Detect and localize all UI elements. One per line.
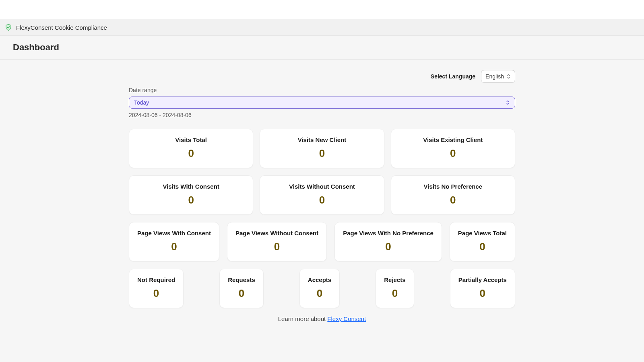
card-title: Visits With Consent [137,183,245,190]
card-row-2: Visits With Consent 0 Visits Without Con… [129,175,515,215]
card-title: Rejects [384,276,405,283]
card-title: Visits Existing Client [399,136,507,143]
card-row-3: Page Views With Consent 0 Page Views Wit… [129,222,515,261]
card-value: 0 [308,287,331,300]
card-title: Partially Accepts [458,276,507,283]
card-pageviews-total: Page Views Total 0 [450,222,515,261]
card-value: 0 [458,287,507,300]
daterange-select[interactable]: Today [129,97,515,109]
card-value: 0 [137,287,175,300]
card-row-4: Not Required 0 Requests 0 Accepts 0 Reje… [129,269,515,308]
card-pageviews-with-consent: Page Views With Consent 0 [129,222,219,261]
card-not-required: Not Required 0 [129,269,184,308]
card-visits-without-consent: Visits Without Consent 0 [260,175,384,215]
browser-top-spacer [0,0,644,19]
content-container: Select Language English Date range Today [129,68,515,322]
daterange-label: Date range [129,87,515,93]
card-value: 0 [137,147,245,160]
card-title: Page Views With Consent [137,230,211,237]
card-row-1: Visits Total 0 Visits New Client 0 Visit… [129,129,515,168]
card-title: Visits No Preference [399,183,507,190]
card-value: 0 [137,194,245,206]
card-title: Not Required [137,276,175,283]
card-requests: Requests 0 [219,269,264,308]
card-visits-no-preference: Visits No Preference 0 [391,175,515,215]
app-title: FlexyConsent Cookie Compliance [16,24,107,31]
daterange-value: Today [134,99,149,106]
card-value: 0 [399,194,507,206]
card-partially-accepts: Partially Accepts 0 [450,269,515,308]
language-selected: English [485,73,504,80]
card-title: Visits New Client [268,136,376,143]
card-value: 0 [235,241,318,253]
card-visits-with-consent: Visits With Consent 0 [129,175,253,215]
footer-prefix: Learn more about [278,315,328,322]
footer-text: Learn more about Flexy Consent [129,315,515,322]
card-value: 0 [137,241,211,253]
card-value: 0 [268,194,376,206]
card-visits-total: Visits Total 0 [129,129,253,168]
card-visits-new-client: Visits New Client 0 [260,129,384,168]
card-value: 0 [228,287,255,300]
card-value: 0 [268,147,376,160]
caret-sort-icon [506,99,510,106]
card-title: Accepts [308,276,331,283]
daterange-info: 2024-08-06 - 2024-08-06 [129,112,515,118]
card-accepts: Accepts 0 [299,269,340,308]
card-value: 0 [343,241,433,253]
card-value: 0 [384,287,405,300]
page-title: Dashboard [13,42,631,53]
language-select[interactable]: English [481,70,515,83]
card-value: 0 [458,241,507,253]
card-title: Visits Without Consent [268,183,376,190]
card-title: Page Views With No Preference [343,230,433,237]
footer-link[interactable]: Flexy Consent [327,315,366,322]
language-label: Select Language [431,73,475,80]
card-title: Visits Total [137,136,245,143]
card-title: Requests [228,276,255,283]
shield-icon [5,24,12,31]
page-header: Dashboard [0,36,644,60]
caret-sort-icon [506,73,511,80]
main-area: Select Language English Date range Today [0,60,644,362]
card-rejects: Rejects 0 [376,269,414,308]
card-pageviews-without-consent: Page Views Without Consent 0 [227,222,327,261]
app-header: FlexyConsent Cookie Compliance [0,19,644,36]
card-title: Page Views Without Consent [235,230,318,237]
language-row: Select Language English [129,68,515,83]
card-visits-existing-client: Visits Existing Client 0 [391,129,515,168]
card-pageviews-no-preference: Page Views With No Preference 0 [334,222,442,261]
card-value: 0 [399,147,507,160]
card-title: Page Views Total [458,230,507,237]
